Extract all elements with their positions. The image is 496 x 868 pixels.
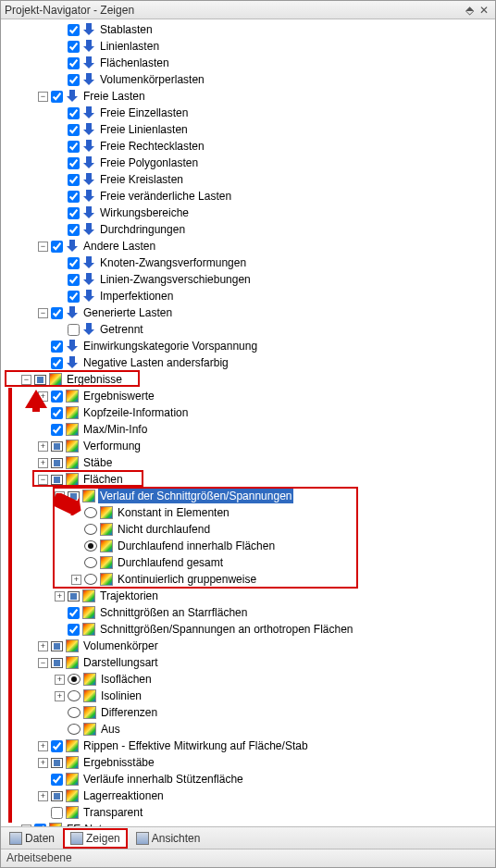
tree-item-darstellungsart[interactable]: − Darstellungsart xyxy=(5,654,495,671)
expand-toggle[interactable]: + xyxy=(71,575,81,585)
checkbox[interactable] xyxy=(68,141,80,153)
tree-item-ergebnisse[interactable]: − Ergebnisse xyxy=(5,371,495,388)
tree-item[interactable]: +Trajektorien xyxy=(5,588,495,604)
collapse-toggle[interactable]: − xyxy=(38,658,48,668)
tree-item[interactable]: +Isoflächen xyxy=(5,671,495,688)
checkbox[interactable] xyxy=(68,57,80,69)
checkbox[interactable] xyxy=(68,24,80,36)
collapse-toggle[interactable]: − xyxy=(21,375,31,385)
tree-item[interactable]: Durchdringungen xyxy=(5,221,495,238)
checkbox-mixed[interactable] xyxy=(51,791,63,801)
tree-item[interactable]: +Verformung xyxy=(5,438,495,454)
checkbox[interactable] xyxy=(51,774,63,786)
pin-button[interactable]: ⬘ xyxy=(462,4,477,17)
checkbox[interactable] xyxy=(68,74,80,86)
expand-toggle[interactable]: + xyxy=(55,675,65,685)
checkbox[interactable] xyxy=(51,241,63,253)
collapse-toggle[interactable]: − xyxy=(38,475,48,485)
tree-item[interactable]: Getrennt xyxy=(5,321,495,338)
collapse-toggle[interactable]: − xyxy=(38,242,48,252)
checkbox[interactable] xyxy=(68,291,80,303)
checkbox[interactable] xyxy=(51,307,63,319)
tree-item-volumenkoerperlasten[interactable]: Volumenkörperlasten xyxy=(5,71,495,88)
collapse-toggle[interactable]: − xyxy=(38,308,48,318)
checkbox[interactable] xyxy=(51,424,63,436)
expand-toggle[interactable]: + xyxy=(38,458,48,468)
expand-toggle[interactable]: + xyxy=(38,758,48,768)
radio[interactable] xyxy=(84,524,97,535)
radio[interactable] xyxy=(84,574,97,585)
checkbox[interactable] xyxy=(34,824,46,827)
checkbox[interactable] xyxy=(51,740,63,752)
checkbox[interactable] xyxy=(68,224,80,236)
tree-item[interactable]: Transparent xyxy=(5,804,495,821)
tree-item[interactable]: Freie veränderliche Lasten xyxy=(5,188,495,205)
checkbox-mixed[interactable] xyxy=(68,491,80,502)
expand-toggle[interactable]: + xyxy=(38,741,48,751)
tree-item[interactable]: Freie Polygonlasten xyxy=(5,155,495,171)
tree-item[interactable]: Aus xyxy=(5,721,495,738)
checkbox[interactable] xyxy=(68,274,80,286)
checkbox[interactable] xyxy=(68,174,80,186)
tree-item[interactable]: Freie Rechtecklasten xyxy=(5,138,495,155)
checkbox-mixed[interactable] xyxy=(51,475,63,485)
tree-item[interactable]: +Ergebnisstäbe xyxy=(5,754,495,771)
tree-item[interactable]: +Ergebniswerte xyxy=(5,388,495,404)
tree-item[interactable]: Max/Min-Info xyxy=(5,421,495,438)
radio-selected[interactable] xyxy=(68,674,81,685)
checkbox-mixed[interactable] xyxy=(34,375,46,385)
tree-item[interactable]: Kopfzeile-Information xyxy=(5,404,495,421)
checkbox[interactable] xyxy=(68,124,80,136)
tree-item-flaechenlasten[interactable]: Flächenlasten xyxy=(5,55,495,71)
tree-item-verlauf[interactable]: − Verlauf der Schnittgrößen/Spannungen xyxy=(5,488,495,504)
checkbox-mixed[interactable] xyxy=(51,658,63,668)
radio-selected[interactable] xyxy=(84,540,97,552)
tree-item[interactable]: Negative Lasten andersfarbig xyxy=(5,354,495,371)
tree[interactable]: Stablasten Linienlasten Flächenlasten Vo… xyxy=(1,19,495,826)
radio[interactable] xyxy=(68,707,81,718)
tree-item[interactable]: Knoten-Zwangsverformungen xyxy=(5,254,495,271)
tree-item[interactable]: Schnittgrößen/Spannungen an orthotropen … xyxy=(5,621,495,638)
tab-ansichten[interactable]: Ansichten xyxy=(130,829,207,848)
tree-item[interactable]: Konstant in Elementen xyxy=(5,504,495,521)
tree-item[interactable]: Schnittgrößen an Starrflächen xyxy=(5,604,495,621)
expand-toggle[interactable]: + xyxy=(38,391,48,402)
tree-item-freie-lasten[interactable]: − Freie Lasten xyxy=(5,88,495,105)
tree-item[interactable]: +Isolinien xyxy=(5,688,495,704)
tree-item[interactable]: Differenzen xyxy=(5,704,495,721)
close-button[interactable]: ✕ xyxy=(477,4,491,17)
checkbox[interactable] xyxy=(68,257,80,269)
tree-item[interactable]: Freie Kreislasten xyxy=(5,171,495,188)
checkbox[interactable] xyxy=(68,191,80,203)
expand-toggle[interactable]: + xyxy=(38,641,48,651)
expand-toggle[interactable]: + xyxy=(55,691,65,701)
tree-item-stablasten[interactable]: Stablasten xyxy=(5,21,495,38)
checkbox[interactable] xyxy=(51,341,63,353)
tree-item[interactable]: +Kontinuierlich gruppenweise xyxy=(5,571,495,588)
tree-item[interactable]: Durchlaufend innerhalb Flächen xyxy=(5,538,495,554)
checkbox[interactable] xyxy=(51,407,63,419)
checkbox-mixed[interactable] xyxy=(51,458,63,468)
checkbox[interactable] xyxy=(68,207,80,219)
checkbox[interactable] xyxy=(51,357,63,369)
tree-item-andere-lasten[interactable]: − Andere Lasten xyxy=(5,238,495,254)
tree-item[interactable]: Einwirkungskategorie Vorspannung xyxy=(5,338,495,354)
checkbox-mixed[interactable] xyxy=(68,591,80,601)
tree-item[interactable]: +Stäbe xyxy=(5,454,495,471)
expand-toggle[interactable]: + xyxy=(38,441,48,452)
checkbox-mixed[interactable] xyxy=(51,641,63,651)
radio[interactable] xyxy=(68,690,81,701)
tree-item[interactable]: Freie Einzellasten xyxy=(5,105,495,121)
collapse-toggle[interactable]: − xyxy=(38,92,48,102)
checkbox[interactable] xyxy=(68,624,80,636)
checkbox[interactable] xyxy=(68,107,80,119)
tree-item[interactable]: +FE-Netz xyxy=(5,821,495,826)
checkbox[interactable] xyxy=(51,807,63,819)
checkbox[interactable] xyxy=(68,41,80,53)
tree-item-flaechen[interactable]: − Flächen xyxy=(5,471,495,488)
radio[interactable] xyxy=(84,507,97,518)
collapse-toggle[interactable]: − xyxy=(55,491,65,502)
tree-item[interactable]: Durchlaufend gesamt xyxy=(5,554,495,571)
checkbox-mixed[interactable] xyxy=(51,758,63,768)
tree-item[interactable]: Imperfektionen xyxy=(5,288,495,304)
